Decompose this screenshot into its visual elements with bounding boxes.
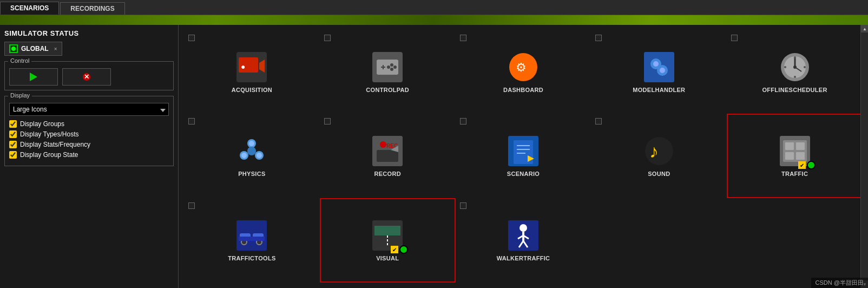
module-visual-label: VISUAL xyxy=(376,255,399,261)
checkbox-display-stats-label: Display Stats/Frequency xyxy=(20,141,90,148)
stop-button[interactable]: ✕ xyxy=(62,68,111,86)
global-label: GLOBAL xyxy=(21,45,49,53)
module-traffictools[interactable]: TRAFFICTOOLS xyxy=(184,198,320,283)
module-traffic-status: ✔ xyxy=(798,161,816,169)
module-record-icon: REC xyxy=(371,135,404,167)
svg-rect-50 xyxy=(785,142,794,150)
stop-icon: ✕ xyxy=(83,73,90,81)
svg-point-27 xyxy=(804,66,806,68)
play-icon xyxy=(30,73,37,81)
module-traffictools-icon-wrapper xyxy=(235,219,268,252)
checkbox-display-group-state: Display Group State xyxy=(9,151,169,159)
module-physics-icon-wrapper xyxy=(235,135,268,167)
module-traffictools-checkbox[interactable] xyxy=(188,202,195,209)
svg-rect-52 xyxy=(785,152,794,160)
module-visual[interactable]: ✔ VISUAL xyxy=(320,198,456,283)
display-section: Display Large Icons Small Icons List Dis… xyxy=(4,96,174,166)
module-scenario-checkbox[interactable] xyxy=(460,118,466,125)
module-walkertraffic[interactable]: WALKERTRAFFIC xyxy=(456,198,591,283)
module-controlpad-label: CONTROLPAD xyxy=(366,87,409,93)
module-scenario-label: SCENARIO xyxy=(507,171,540,177)
module-traffic-icon-wrapper: ✔ xyxy=(779,135,811,167)
module-offlinescheduler-checkbox[interactable] xyxy=(731,35,738,41)
checkbox-display-groups-input[interactable] xyxy=(9,120,17,128)
module-controlpad-icon xyxy=(371,51,404,83)
global-tab[interactable]: GLOBAL × xyxy=(4,42,62,56)
module-physics[interactable]: PHYSICS xyxy=(184,114,320,198)
module-record-label: RECORD xyxy=(374,171,400,177)
module-modelhandler[interactable]: MODELHANDLER xyxy=(591,30,727,114)
module-sound-checkbox[interactable] xyxy=(595,118,602,125)
module-modelhandler-icon-wrapper xyxy=(643,51,675,83)
svg-point-17 xyxy=(653,61,659,67)
module-scenario-icon xyxy=(507,135,540,167)
module-acquisition-label: ACQUISITION xyxy=(232,87,272,93)
checkbox-display-group-state-input[interactable] xyxy=(9,151,17,159)
module-acquisition-checkbox[interactable] xyxy=(188,35,195,41)
svg-rect-63 xyxy=(374,226,400,235)
module-physics-checkbox[interactable] xyxy=(188,118,195,125)
svg-point-32 xyxy=(249,141,254,146)
module-sound[interactable]: ♪ SOUND xyxy=(591,114,727,198)
module-visual-icon-wrapper: ✔ xyxy=(371,219,404,252)
checkbox-display-stats-input[interactable] xyxy=(9,141,17,148)
module-visual-status-dot xyxy=(399,245,408,254)
module-modelhandler-icon xyxy=(643,51,675,83)
svg-point-36 xyxy=(380,141,386,148)
module-scenario[interactable]: SCENARIO xyxy=(456,114,591,198)
module-traffic-status-dot xyxy=(807,161,816,169)
modules-grid: ● ACQUISITION xyxy=(179,25,868,288)
checkbox-display-groups: Display Groups xyxy=(9,120,169,128)
simulator-status-title: SIMULATOR STATUS xyxy=(4,29,174,37)
module-controlpad-checkbox[interactable] xyxy=(324,35,331,41)
module-walkertraffic-icon-wrapper xyxy=(507,219,540,252)
module-physics-icon xyxy=(235,135,268,167)
checkbox-display-groups-label: Display Groups xyxy=(20,120,64,128)
module-controlpad-icon-wrapper xyxy=(371,51,404,83)
module-traffic-status-checkbox: ✔ xyxy=(798,161,806,169)
module-walkertraffic-icon xyxy=(507,219,540,252)
checkbox-display-types-label: Display Types/Hosts xyxy=(20,130,79,138)
module-offlinescheduler[interactable]: OFFLINESCHEDULER xyxy=(727,30,863,114)
module-dashboard-checkbox[interactable] xyxy=(460,35,466,41)
module-record[interactable]: REC RECORD xyxy=(320,114,456,198)
module-dashboard[interactable]: ⚙ DASHBOARD xyxy=(456,30,591,114)
module-controlpad[interactable]: CONTROLPAD xyxy=(320,30,456,114)
module-offlinescheduler-label: OFFLINESCHEDULER xyxy=(762,87,827,93)
checkbox-display-types: Display Types/Hosts xyxy=(9,130,169,138)
module-acquisition[interactable]: ● ACQUISITION xyxy=(184,30,320,114)
module-acquisition-icon: ● xyxy=(235,51,268,83)
scrollbar-track: ▲ ▼ xyxy=(860,25,868,288)
module-record-icon-wrapper: REC xyxy=(371,135,404,167)
module-dashboard-label: DASHBOARD xyxy=(503,87,543,93)
control-section-title: Control xyxy=(8,57,31,64)
global-close-button[interactable]: × xyxy=(54,46,57,52)
svg-point-11 xyxy=(387,66,390,69)
tab-scenarios[interactable]: SCENARIOS xyxy=(0,2,59,15)
svg-point-26 xyxy=(784,66,786,68)
tab-recordings[interactable]: RECORDINGS xyxy=(60,2,124,15)
module-offlinescheduler-icon xyxy=(779,51,811,83)
module-record-checkbox[interactable] xyxy=(324,118,331,125)
module-traffic[interactable]: ✔ TRAFFIC xyxy=(727,114,863,198)
module-walkertraffic-label: WALKERTRAFFIC xyxy=(497,255,550,261)
module-modelhandler-checkbox[interactable] xyxy=(595,35,602,41)
module-walkertraffic-checkbox[interactable] xyxy=(460,202,466,209)
scrollbar-up-button[interactable]: ▲ xyxy=(861,25,868,32)
main-layout: SIMULATOR STATUS GLOBAL × Control ✕ Dis xyxy=(0,25,868,288)
svg-point-8 xyxy=(390,63,393,67)
global-indicator xyxy=(9,44,18,53)
svg-text:●: ● xyxy=(241,62,245,71)
svg-point-31 xyxy=(247,147,256,155)
right-panel: ● ACQUISITION xyxy=(179,25,868,288)
checkbox-display-types-input[interactable] xyxy=(9,130,17,138)
green-bar xyxy=(0,15,868,25)
svg-point-25 xyxy=(794,76,796,78)
module-sound-icon-wrapper: ♪ xyxy=(643,135,675,167)
display-style-select[interactable]: Large Icons Small Icons List xyxy=(9,103,169,116)
bottom-watermark: CSDN @半甜田田 xyxy=(811,278,868,288)
module-dashboard-icon-wrapper: ⚙ xyxy=(507,51,540,83)
module-traffictools-icon xyxy=(235,219,268,252)
svg-rect-38 xyxy=(377,150,398,162)
play-button[interactable] xyxy=(9,68,58,86)
